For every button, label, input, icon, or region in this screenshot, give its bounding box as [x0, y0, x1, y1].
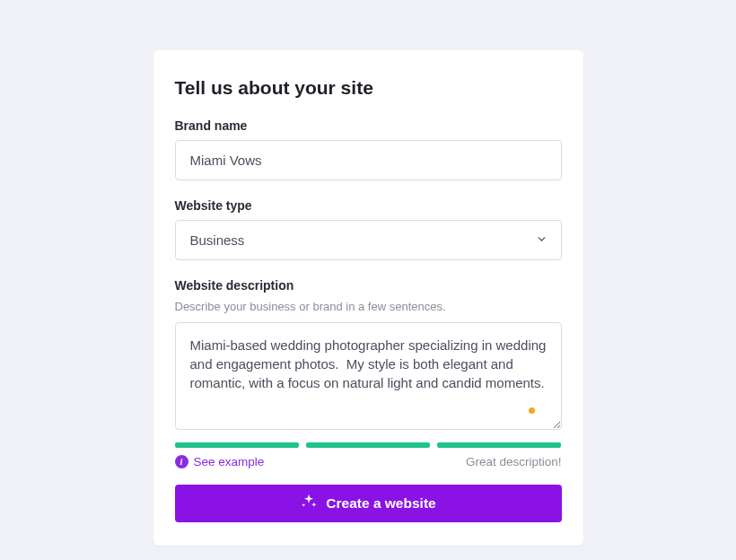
sparkle-icon: [300, 493, 318, 514]
website-type-label: Website type: [175, 198, 562, 213]
see-example-label: See example: [194, 455, 265, 468]
description-strength-meter: [175, 442, 562, 448]
brand-name-group: Brand name: [175, 118, 562, 180]
info-icon: i: [175, 455, 188, 468]
progress-segment: [175, 442, 299, 448]
create-website-button[interactable]: Create a website: [175, 485, 562, 522]
description-footer: i See example Great description!: [175, 455, 562, 468]
description-group: Website description Describe your busine…: [175, 278, 562, 468]
description-score-text: Great description!: [466, 455, 562, 468]
see-example-button[interactable]: i See example: [175, 455, 265, 468]
website-type-select[interactable]: Business: [175, 220, 562, 260]
progress-segment: [306, 442, 430, 448]
create-website-label: Create a website: [326, 495, 435, 512]
status-dot-icon: [529, 407, 535, 414]
description-label: Website description: [175, 278, 562, 293]
website-type-group: Website type Business: [175, 198, 562, 260]
brand-name-input[interactable]: [175, 140, 562, 180]
description-textarea-wrap: Miami-based wedding photographer special…: [175, 322, 562, 433]
page-title: Tell us about your site: [175, 77, 562, 99]
progress-segment: [437, 442, 561, 448]
description-textarea[interactable]: Miami-based wedding photographer special…: [175, 322, 562, 430]
description-helper: Describe your business or brand in a few…: [175, 300, 562, 313]
form-card: Tell us about your site Brand name Websi…: [153, 50, 583, 546]
brand-name-label: Brand name: [175, 118, 562, 133]
website-type-select-wrap: Business: [175, 220, 562, 260]
